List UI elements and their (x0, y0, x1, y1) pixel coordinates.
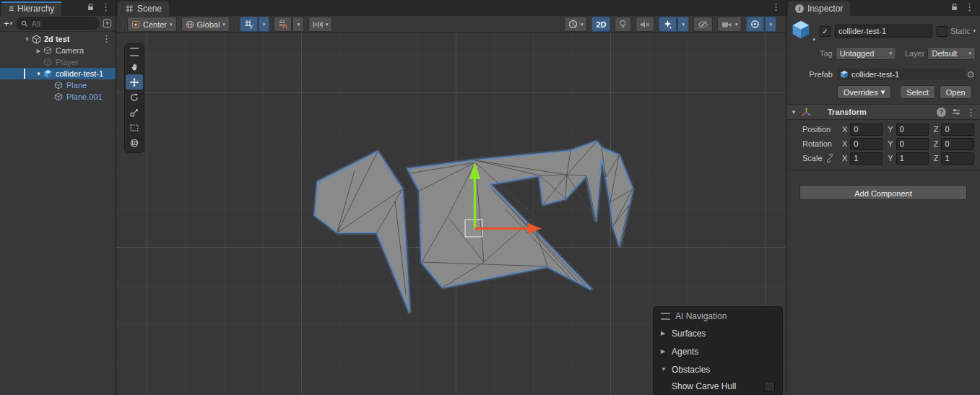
hierarchy-row-camera[interactable]: ▶ Camera (0, 45, 116, 56)
position-z-field[interactable] (941, 123, 974, 136)
svg-text:Y: Y (249, 25, 253, 29)
mesh-icon (54, 81, 64, 90)
position-y-field[interactable] (896, 123, 929, 136)
hierarchy-row-plane-001[interactable]: Plane.001 (0, 91, 116, 103)
foldout-open-icon[interactable]: ▼ (791, 109, 798, 116)
open-button[interactable]: Open (940, 85, 972, 99)
foldout-open-icon[interactable]: ▼ (22, 36, 32, 43)
lighting-toggle[interactable] (615, 17, 631, 32)
plus-icon: + (4, 18, 9, 29)
position-label: Position (802, 125, 837, 134)
rotation-x-field[interactable] (850, 138, 883, 150)
tab-hierarchy[interactable]: ≡ Hierarchy (1, 1, 61, 16)
mode-2d-toggle[interactable]: 2D (591, 17, 610, 32)
scale-tool[interactable] (126, 105, 143, 120)
scale-z-field[interactable] (941, 152, 974, 165)
carve-hull-checkbox[interactable] (764, 381, 775, 392)
rotation-z-field[interactable] (941, 138, 974, 150)
camera-icon (721, 20, 732, 29)
transform-tool[interactable] (126, 135, 143, 150)
hierarchy-tree: ▼ 2d test ⋮ ▶ Camera Player ▼ (0, 32, 116, 103)
tool-handle-rotation-button[interactable]: Global ▾ (181, 17, 230, 32)
draw-mode-button[interactable]: ▾ (564, 17, 588, 32)
camera-settings-button[interactable]: ▾ (717, 17, 742, 32)
prefab-pick-icon[interactable]: ⊙ (966, 69, 976, 79)
add-component-button[interactable]: Add Component (799, 185, 967, 200)
prefab-object-field[interactable]: collider-test-1 (837, 69, 966, 80)
eye-slash-icon (698, 20, 708, 29)
prefab-thumbnail-icon[interactable]: ▾ (791, 19, 815, 43)
tab-scene[interactable]: Scene (118, 1, 169, 16)
static-checkbox[interactable] (937, 26, 948, 37)
scene-menu-icon[interactable]: ⋮ (771, 2, 781, 12)
grid-snap-dropdown[interactable]: ▾ (292, 17, 304, 32)
ai-obstacles-foldout[interactable]: ▼ Obstacles (654, 360, 782, 378)
foldout-open-icon[interactable]: ▼ (34, 71, 43, 77)
layer-dropdown[interactable]: Default ▾ (927, 47, 976, 60)
hierarchy-row-player[interactable]: Player (0, 56, 116, 68)
rotate-tool[interactable] (126, 90, 143, 105)
presets-icon[interactable] (952, 108, 961, 116)
chevron-down-icon: ▾ (10, 20, 13, 27)
scene-viewport[interactable]: AI Navigation ▶ Surfaces ▶ Agents ▼ Obst… (116, 33, 786, 395)
effects-toggle[interactable] (659, 17, 677, 32)
hierarchy-menu-icon[interactable]: ⋮ (101, 2, 110, 12)
globe-icon (186, 20, 194, 29)
inspector-menu-icon[interactable]: ⋮ (965, 2, 974, 12)
rotation-y-field[interactable] (896, 138, 929, 150)
scene-picker-icon[interactable] (103, 19, 112, 28)
hierarchy-row-scene[interactable]: ▼ 2d test ⋮ (0, 33, 116, 45)
ai-navigation-header[interactable]: AI Navigation (654, 311, 782, 324)
move-tool[interactable] (126, 74, 143, 90)
audio-toggle[interactable] (636, 17, 654, 32)
ai-show-carve-hull-row: Show Carve Hull (654, 378, 782, 394)
snap-increment-button[interactable]: ▾ (308, 17, 333, 32)
hierarchy-search[interactable] (17, 17, 99, 30)
active-checkbox[interactable]: ✓ (820, 26, 831, 37)
ai-row-label: Obstacles (672, 365, 710, 375)
grid-axis-dropdown[interactable]: ▾ (259, 17, 270, 32)
effects-dropdown[interactable]: ▾ (677, 17, 689, 32)
static-dropdown-icon[interactable]: ▾ (973, 28, 976, 34)
scale-y-field[interactable] (896, 152, 929, 165)
select-button[interactable]: Select (900, 85, 935, 99)
scale-x-field[interactable] (850, 152, 883, 165)
hierarchy-row-collider-test-1[interactable]: ▼ collider-test-1 (0, 68, 116, 79)
ai-surfaces-foldout[interactable]: ▶ Surfaces (654, 324, 782, 342)
ai-row-label: Agents (672, 347, 698, 357)
hierarchy-row-plane[interactable]: Plane (0, 79, 116, 91)
foldout-closed-icon[interactable]: ▶ (34, 48, 43, 54)
palette-drag-handle[interactable] (130, 48, 139, 56)
gameobject-name-input[interactable] (835, 25, 932, 38)
overrides-dropdown[interactable]: Overrides ▾ (837, 85, 891, 99)
hierarchy-list-icon: ≡ (9, 4, 14, 14)
lock-icon[interactable] (87, 3, 95, 12)
scene-row-menu-icon[interactable]: ⋮ (102, 34, 111, 43)
prefab-icon (43, 69, 53, 79)
tab-inspector[interactable]: i Inspector (788, 1, 850, 16)
hierarchy-search-input[interactable] (30, 19, 95, 29)
tool-handle-pivot-button[interactable]: Center ▾ (127, 17, 177, 32)
rect-tool[interactable] (126, 120, 143, 135)
create-object-button[interactable]: + ▾ (4, 18, 13, 29)
help-icon[interactable]: ? (937, 108, 946, 117)
gizmos-toggle[interactable] (746, 17, 764, 32)
link-broken-icon[interactable] (825, 154, 834, 162)
hierarchy-toolbar: + ▾ (0, 16, 116, 32)
view-hand-tool[interactable] (126, 59, 143, 74)
foldout-open-icon: ▼ (661, 366, 667, 373)
hierarchy-tabbar: ≡ Hierarchy ⋮ (0, 0, 116, 16)
grid-snap-button[interactable] (274, 17, 292, 32)
gizmos-dropdown[interactable]: ▾ (765, 17, 776, 32)
transform-menu-icon[interactable]: ⋮ (966, 108, 976, 117)
transform-component-header[interactable]: ▼ Transform ? ⋮ (786, 105, 980, 120)
scene-visibility-toggle[interactable] (693, 17, 713, 32)
ruler-icon (313, 20, 323, 29)
gameobject-icon (43, 46, 53, 56)
ai-agents-foldout[interactable]: ▶ Agents (654, 342, 782, 360)
tag-dropdown[interactable]: Untagged ▾ (836, 47, 896, 60)
position-x-field[interactable] (850, 123, 883, 136)
grid-axis-button[interactable]: Y (240, 17, 258, 32)
prefab-label: Prefab (791, 70, 833, 79)
lock-icon[interactable] (950, 3, 958, 12)
